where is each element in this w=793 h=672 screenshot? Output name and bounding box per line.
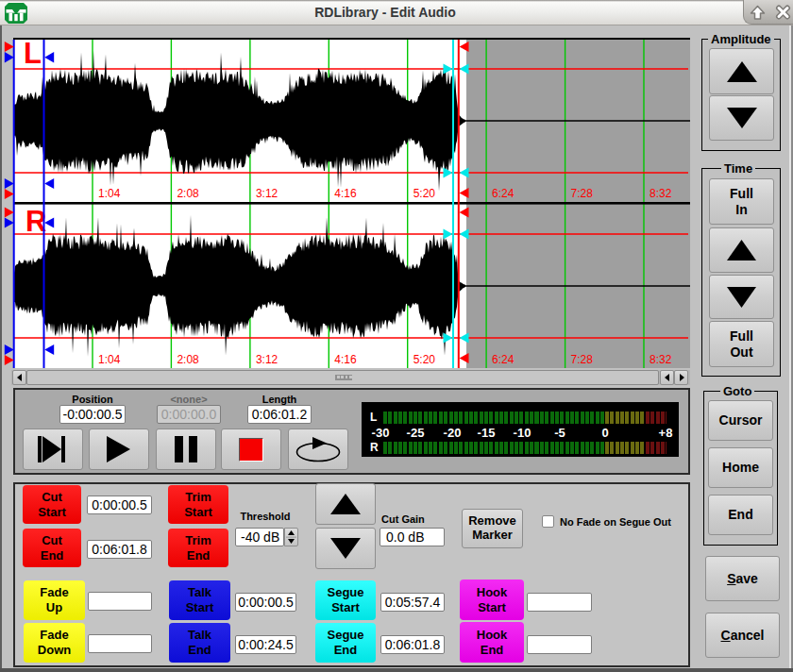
svg-text:L: L — [24, 38, 42, 70]
svg-text:8:32: 8:32 — [650, 353, 672, 366]
svg-text:4:16: 4:16 — [334, 187, 357, 200]
svg-text:6:24: 6:24 — [492, 187, 515, 200]
svg-text:7:28: 7:28 — [571, 353, 594, 366]
svg-text:3:12: 3:12 — [256, 353, 278, 366]
svg-text:3:12: 3:12 — [256, 187, 278, 200]
svg-text:5:20: 5:20 — [413, 187, 436, 200]
svg-text:7:28: 7:28 — [571, 187, 594, 200]
svg-text:4:16: 4:16 — [334, 353, 357, 366]
svg-text:2:08: 2:08 — [177, 353, 199, 366]
svg-text:8:32: 8:32 — [650, 187, 672, 200]
svg-text:1:04: 1:04 — [98, 353, 121, 366]
svg-text:2:08: 2:08 — [177, 187, 199, 200]
svg-text:6:24: 6:24 — [492, 353, 515, 366]
svg-text:5:20: 5:20 — [413, 353, 436, 366]
svg-text:1:04: 1:04 — [98, 187, 121, 200]
